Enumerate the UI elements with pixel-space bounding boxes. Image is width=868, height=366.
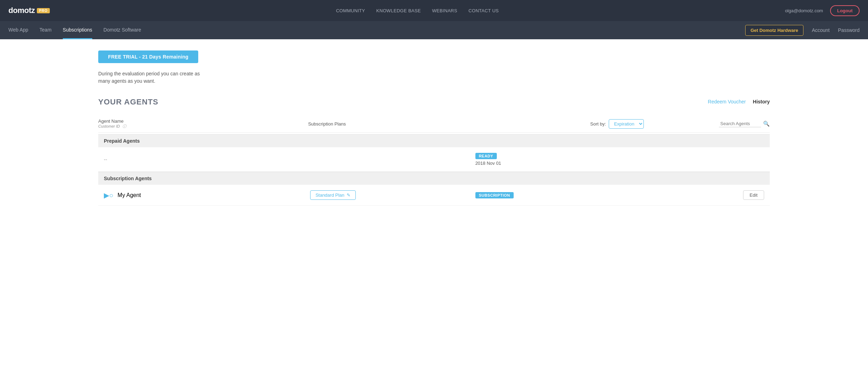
- prepaid-agent-status: READY 2018 Nov 01: [475, 153, 641, 166]
- main-content: FREE TRIAL - 21 Days Remaining During th…: [0, 39, 868, 366]
- subscription-agents-group-header: Subscription Agents: [98, 172, 770, 185]
- col-sort: Sort by: Expiration: [476, 119, 644, 129]
- pro-badge: PRO: [37, 8, 50, 13]
- agents-actions: Redeem Voucher History: [708, 99, 770, 104]
- subscription-agent-status: SUBSCRIPTION: [475, 192, 641, 198]
- nav-link-community[interactable]: COMMUNITY: [336, 8, 365, 13]
- secondary-nav: Web App Team Subscriptions Domotz Softwa…: [0, 21, 868, 39]
- customer-id-header: Customer ID ⓘ: [98, 124, 308, 129]
- search-icon: 🔍: [763, 121, 770, 127]
- top-nav-right: olga@domotz.com Logout: [785, 5, 860, 16]
- subscription-agent-name: My Agent: [118, 192, 141, 198]
- logo-text: domotz: [8, 6, 35, 15]
- secondary-nav-right: Get Domotz Hardware Account Password: [745, 25, 860, 36]
- top-nav-links: COMMUNITY KNOWLEDGE BASE WEBINARS CONTAC…: [336, 8, 499, 13]
- edit-button[interactable]: Edit: [743, 190, 764, 200]
- subscription-agent-name-col: ▶○ My Agent: [104, 191, 310, 199]
- prepaid-agent-row: -- READY 2018 Nov 01: [98, 147, 770, 172]
- nav-link-knowledge-base[interactable]: KNOWLEDGE BASE: [376, 8, 421, 13]
- nav-web-app[interactable]: Web App: [8, 21, 28, 39]
- prepaid-agents-group-header: Prepaid Agents: [98, 134, 770, 147]
- nav-link-contact-us[interactable]: CONTACT US: [468, 8, 499, 13]
- nav-subscriptions[interactable]: Subscriptions: [63, 21, 92, 39]
- col-subscription-plans: Subscription Plans: [308, 121, 476, 127]
- top-nav: domotz PRO COMMUNITY KNOWLEDGE BASE WEBI…: [0, 0, 868, 21]
- subscription-agent-edit-col: Edit: [640, 190, 764, 200]
- agents-header: YOUR AGENTS Redeem Voucher History: [98, 97, 770, 107]
- sort-select[interactable]: Expiration: [609, 119, 644, 129]
- sort-by-label: Sort by:: [590, 121, 606, 127]
- nav-account[interactable]: Account: [812, 27, 830, 33]
- trial-description: During the evaluation period you can cre…: [98, 70, 770, 85]
- logout-button[interactable]: Logout: [830, 5, 860, 16]
- col-agent-name: Agent Name Customer ID ⓘ: [98, 118, 308, 129]
- agent-status-icon: ▶○: [104, 191, 113, 199]
- user-email: olga@domotz.com: [785, 8, 823, 13]
- secondary-nav-left: Web App Team Subscriptions Domotz Softwa…: [8, 21, 141, 39]
- search-agents-input[interactable]: [719, 120, 761, 127]
- nav-password[interactable]: Password: [838, 27, 860, 33]
- trial-banner: FREE TRIAL - 21 Days Remaining: [98, 50, 770, 67]
- pencil-icon: ✎: [347, 192, 350, 198]
- status-badge-ready: READY: [475, 153, 497, 159]
- agents-title: YOUR AGENTS: [98, 97, 159, 107]
- get-hardware-button[interactable]: Get Domotz Hardware: [745, 25, 803, 36]
- search-agents-wrap: 🔍: [644, 120, 770, 127]
- prepaid-agent-name: --: [104, 157, 310, 162]
- table-header: Agent Name Customer ID ⓘ Subscription Pl…: [98, 115, 770, 133]
- plan-button[interactable]: Standard Plan ✎: [310, 190, 355, 200]
- nav-link-webinars[interactable]: WEBINARS: [432, 8, 458, 13]
- redeem-voucher-link[interactable]: Redeem Voucher: [708, 99, 746, 104]
- subscription-agent-row: ▶○ My Agent Standard Plan ✎ SUBSCRIPTION…: [98, 185, 770, 206]
- logo-area: domotz PRO: [8, 6, 50, 15]
- subscription-agent-plans: Standard Plan ✎: [310, 190, 475, 200]
- history-link[interactable]: History: [753, 99, 770, 104]
- trial-banner-text: FREE TRIAL - 21 Days Remaining: [98, 50, 198, 63]
- agent-name-header: Agent Name: [98, 118, 308, 124]
- plan-label: Standard Plan: [315, 192, 344, 198]
- status-badge-subscription: SUBSCRIPTION: [475, 192, 514, 198]
- nav-team[interactable]: Team: [40, 21, 52, 39]
- nav-domotz-software[interactable]: Domotz Software: [104, 21, 141, 39]
- prepaid-expiry-date: 2018 Nov 01: [475, 161, 501, 166]
